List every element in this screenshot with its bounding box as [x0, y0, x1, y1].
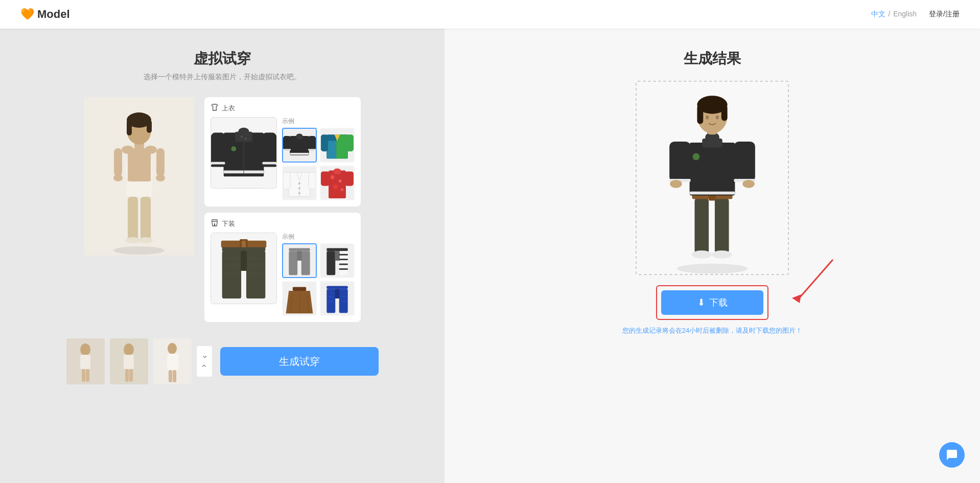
- model-image-area[interactable]: [84, 97, 194, 256]
- nav-up-icon[interactable]: ‹: [199, 355, 208, 358]
- svg-line-156: [797, 260, 833, 301]
- svg-rect-29: [211, 162, 225, 165]
- lang-zh[interactable]: 中文: [871, 10, 885, 18]
- model-thumb-1[interactable]: [66, 338, 105, 384]
- svg-rect-70: [333, 169, 341, 174]
- svg-point-20: [122, 146, 134, 154]
- nav-down-icon[interactable]: ‹: [199, 364, 208, 367]
- result-image-area: [636, 81, 789, 275]
- language-switcher[interactable]: 中文 / English: [871, 10, 917, 19]
- svg-rect-150: [697, 105, 703, 124]
- svg-point-135: [712, 250, 732, 259]
- svg-rect-119: [86, 369, 89, 382]
- svg-rect-133: [715, 198, 729, 254]
- model-thumb-2[interactable]: [110, 338, 148, 384]
- svg-rect-30: [211, 165, 225, 167]
- svg-point-37: [244, 137, 246, 140]
- svg-marker-157: [792, 294, 801, 303]
- svg-point-134: [692, 250, 712, 259]
- svg-rect-117: [80, 355, 90, 369]
- svg-rect-43: [290, 153, 309, 155]
- top-example-1[interactable]: [282, 128, 317, 163]
- svg-rect-107: [326, 286, 347, 289]
- top-example-4[interactable]: [320, 166, 355, 200]
- svg-rect-108: [326, 289, 335, 313]
- svg-point-67: [340, 188, 343, 191]
- chat-button[interactable]: [939, 442, 965, 468]
- lang-separator: /: [888, 10, 892, 18]
- login-register[interactable]: 登录/注册: [929, 10, 960, 19]
- svg-point-61: [298, 192, 300, 194]
- svg-point-155: [742, 180, 755, 188]
- svg-rect-69: [345, 171, 354, 186]
- top-example-3[interactable]: [282, 166, 317, 200]
- svg-rect-56: [308, 172, 315, 189]
- bottom-example-2[interactable]: [320, 243, 355, 278]
- notice-text: 您的生成记录将会在24小时后被删除，请及时下载您的图片！: [622, 326, 802, 335]
- svg-rect-138: [690, 143, 735, 196]
- svg-rect-140: [669, 142, 690, 182]
- model-figure-svg: [84, 97, 194, 256]
- svg-rect-101: [292, 287, 306, 291]
- svg-rect-109: [339, 289, 347, 313]
- bottom-main-image[interactable]: [211, 233, 277, 304]
- svg-point-66: [333, 185, 337, 189]
- model-placeholder: [84, 97, 194, 256]
- svg-rect-129: [173, 370, 176, 382]
- svg-rect-50: [321, 134, 328, 151]
- svg-rect-98: [339, 264, 347, 265]
- sweater-svg: [211, 117, 276, 189]
- main-layout: 虚拟试穿 选择一个模特并上传服装图片，开始虚拟试衣吧。: [0, 29, 980, 483]
- result-figure-svg: [637, 81, 788, 275]
- svg-rect-88: [289, 251, 297, 275]
- top-garment-label: 上衣: [222, 104, 235, 113]
- svg-rect-128: [169, 370, 172, 382]
- svg-rect-97: [339, 259, 347, 260]
- svg-rect-139: [690, 192, 735, 195]
- svg-rect-9: [126, 181, 152, 197]
- top-example-2[interactable]: [320, 128, 355, 163]
- svg-point-4: [126, 237, 140, 243]
- top-garment-header: 上衣: [211, 103, 355, 113]
- bottom-example-3[interactable]: [282, 281, 317, 316]
- bottom-garment-section: 下装: [204, 213, 361, 322]
- svg-rect-76: [222, 247, 265, 251]
- thumb-nav[interactable]: ‹ ‹: [197, 346, 212, 377]
- generate-button[interactable]: 生成试穿: [220, 347, 379, 376]
- top-example-label: 示例: [282, 117, 355, 126]
- svg-rect-40: [283, 136, 291, 150]
- top-main-image[interactable]: [211, 117, 277, 189]
- download-button[interactable]: ⬇ 下载: [661, 290, 763, 315]
- tryon-content: 上衣: [31, 97, 414, 322]
- bottom-example-1[interactable]: [282, 243, 317, 278]
- svg-point-116: [80, 343, 90, 356]
- lang-en[interactable]: English: [893, 10, 917, 18]
- svg-rect-51: [346, 134, 353, 151]
- svg-rect-32: [262, 162, 276, 165]
- bottom-example-4[interactable]: [320, 281, 355, 316]
- chat-icon: [946, 449, 958, 461]
- svg-rect-48: [326, 141, 336, 159]
- svg-point-65: [338, 179, 341, 182]
- top-example-grid: [282, 128, 355, 200]
- bottom-row: ‹ ‹ 生成试穿: [66, 330, 379, 384]
- svg-rect-15: [147, 120, 152, 133]
- svg-point-36: [241, 136, 243, 138]
- svg-point-1: [113, 246, 165, 255]
- bottom-example-grid: [282, 243, 355, 316]
- left-panel: 虚拟试穿 选择一个模特并上传服装图片，开始虚拟试衣吧。: [0, 29, 445, 483]
- clothing-panels: 上衣: [204, 97, 361, 322]
- svg-point-146: [693, 153, 700, 160]
- model-thumb-3[interactable]: [153, 338, 192, 384]
- svg-point-5: [138, 237, 153, 243]
- svg-rect-110: [335, 289, 339, 298]
- left-panel-subtitle: 选择一个模特并上传服装图片，开始虚拟试衣吧。: [144, 73, 301, 82]
- header-right: 中文 / English 登录/注册: [871, 10, 960, 19]
- svg-rect-75: [242, 241, 246, 248]
- svg-point-59: [298, 182, 300, 185]
- red-arrow-indicator: [782, 255, 843, 308]
- download-icon: ⬇: [697, 297, 705, 308]
- svg-rect-96: [339, 254, 347, 256]
- svg-rect-3: [141, 197, 151, 240]
- header: 🧡 Model 中文 / English 登录/注册: [0, 0, 980, 29]
